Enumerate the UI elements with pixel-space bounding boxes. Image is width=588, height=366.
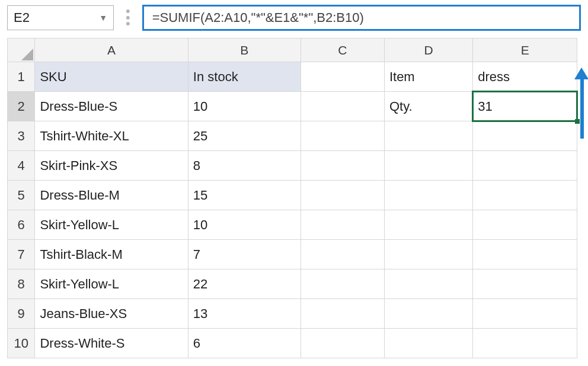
cell-A5[interactable]: Dress-Blue-M	[35, 181, 188, 210]
cell-C9[interactable]	[301, 299, 384, 329]
cell-E10[interactable]	[473, 329, 577, 358]
col-header-A[interactable]: A	[35, 38, 188, 62]
cell-E5[interactable]	[473, 181, 577, 210]
row-header-6[interactable]: 6	[8, 210, 35, 240]
cell-E3[interactable]	[473, 121, 577, 151]
row-header-10[interactable]: 10	[8, 329, 35, 358]
formula-bar-text: =SUMIF(A2:A10,"*"&E1&"*",B2:B10)	[152, 10, 364, 25]
column-header-row: A B C D E	[8, 38, 577, 62]
cell-D1[interactable]: Item	[384, 62, 472, 92]
name-box-value: E2	[14, 10, 99, 25]
cell-A3[interactable]: Tshirt-White-XL	[35, 121, 188, 151]
cell-D4[interactable]	[384, 151, 472, 181]
col-header-E[interactable]: E	[473, 38, 577, 62]
col-header-B[interactable]: B	[188, 38, 301, 62]
select-all-corner[interactable]	[8, 38, 35, 62]
table-row: 1 SKU In stock Item dress	[8, 62, 577, 92]
cell-E7[interactable]	[473, 240, 577, 269]
table-row: 7 Tshirt-Black-M 7	[8, 240, 577, 269]
cell-A8[interactable]: Skirt-Yellow-L	[35, 269, 188, 299]
cell-D2[interactable]: Qty.	[384, 92, 472, 121]
cell-C3[interactable]	[301, 121, 384, 151]
cell-E4[interactable]	[473, 151, 577, 181]
sheet-table[interactable]: A B C D E 1 SKU In stock Item dress 2 Dr…	[7, 38, 577, 358]
cell-A1[interactable]: SKU	[35, 62, 188, 92]
cell-A9[interactable]: Jeans-Blue-XS	[35, 299, 188, 329]
cell-B8[interactable]: 22	[188, 269, 301, 299]
cell-D7[interactable]	[384, 240, 472, 269]
col-header-D[interactable]: D	[384, 38, 472, 62]
cell-D10[interactable]	[384, 329, 472, 358]
row-header-8[interactable]: 8	[8, 269, 35, 299]
table-row: 2 Dress-Blue-S 10 Qty. 31	[8, 92, 577, 121]
cell-B9[interactable]: 13	[188, 299, 301, 329]
cell-B4[interactable]: 8	[188, 151, 301, 181]
chevron-down-icon[interactable]: ▼	[99, 13, 107, 23]
table-row: 6 Skirt-Yellow-L 10	[8, 210, 577, 240]
formula-bar-row: E2 ▼ ••• =SUMIF(A2:A10,"*"&E1&"*",B2:B10…	[0, 0, 588, 38]
cell-D8[interactable]	[384, 269, 472, 299]
cell-E8[interactable]	[473, 269, 577, 299]
cell-E2-value: 31	[478, 99, 492, 114]
cell-E9[interactable]	[473, 299, 577, 329]
table-row: 10 Dress-White-S 6	[8, 329, 577, 358]
cell-D3[interactable]	[384, 121, 472, 151]
spreadsheet-grid: A B C D E 1 SKU In stock Item dress 2 Dr…	[0, 38, 588, 358]
cell-E1[interactable]: dress	[473, 62, 577, 92]
cell-C5[interactable]	[301, 181, 384, 210]
cell-A2[interactable]: Dress-Blue-S	[35, 92, 188, 121]
table-row: 5 Dress-Blue-M 15	[8, 181, 577, 210]
cell-C4[interactable]	[301, 151, 384, 181]
row-header-9[interactable]: 9	[8, 299, 35, 329]
row-header-7[interactable]: 7	[8, 240, 35, 269]
cell-A10[interactable]: Dress-White-S	[35, 329, 188, 358]
table-row: 9 Jeans-Blue-XS 13	[8, 299, 577, 329]
cell-D5[interactable]	[384, 181, 472, 210]
cell-B6[interactable]: 10	[188, 210, 301, 240]
cell-C8[interactable]	[301, 269, 384, 299]
cell-B2[interactable]: 10	[188, 92, 301, 121]
fill-handle[interactable]	[575, 119, 580, 124]
col-header-C[interactable]: C	[301, 38, 384, 62]
row-header-5[interactable]: 5	[8, 181, 35, 210]
cell-D6[interactable]	[384, 210, 472, 240]
cell-C6[interactable]	[301, 210, 384, 240]
cell-B7[interactable]: 7	[188, 240, 301, 269]
row-header-4[interactable]: 4	[8, 151, 35, 181]
row-header-3[interactable]: 3	[8, 121, 35, 151]
cell-E2[interactable]: 31	[473, 92, 577, 121]
row-header-2[interactable]: 2	[8, 92, 35, 121]
cell-C10[interactable]	[301, 329, 384, 358]
cell-B1[interactable]: In stock	[188, 62, 301, 92]
cell-B3[interactable]: 25	[188, 121, 301, 151]
cell-C1[interactable]	[301, 62, 384, 92]
cell-C2[interactable]	[301, 92, 384, 121]
table-row: 3 Tshirt-White-XL 25	[8, 121, 577, 151]
cell-B5[interactable]: 15	[188, 181, 301, 210]
table-row: 8 Skirt-Yellow-L 22	[8, 269, 577, 299]
cell-A7[interactable]: Tshirt-Black-M	[35, 240, 188, 269]
formula-bar[interactable]: =SUMIF(A2:A10,"*"&E1&"*",B2:B10)	[142, 5, 581, 31]
name-box[interactable]: E2 ▼	[7, 5, 114, 30]
cell-E6[interactable]	[473, 210, 577, 240]
row-header-1[interactable]: 1	[8, 62, 35, 92]
cell-B10[interactable]: 6	[188, 329, 301, 358]
formula-bar-vertical-dots-icon[interactable]: •••	[122, 9, 134, 27]
cell-A6[interactable]: Skirt-Yellow-L	[35, 210, 188, 240]
table-row: 4 Skirt-Pink-XS 8	[8, 151, 577, 181]
cell-C7[interactable]	[301, 240, 384, 269]
cell-D9[interactable]	[384, 299, 472, 329]
cell-A4[interactable]: Skirt-Pink-XS	[35, 151, 188, 181]
